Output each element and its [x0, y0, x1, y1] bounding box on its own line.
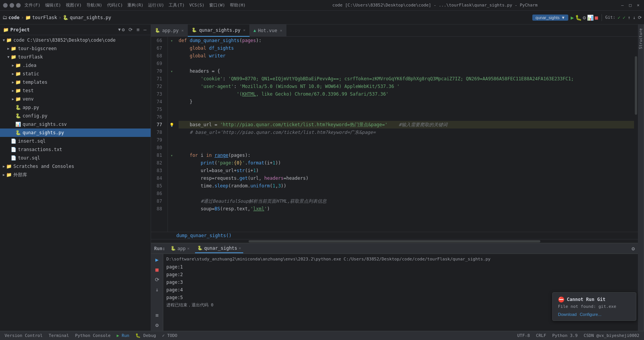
tree-item-app-py[interactable]: 🐍 app.py: [0, 103, 151, 112]
window-maximize-icon[interactable]: □: [628, 3, 633, 8]
app-menu-code[interactable]: 代码(C): [107, 2, 123, 8]
file-tree: ▼ 📁 code C:\Users\83852\Desktop\code\cod…: [0, 35, 151, 331]
tree-item-venv[interactable]: ▶ 📁 venv: [0, 95, 151, 103]
terminal-btn[interactable]: Terminal: [47, 333, 70, 338]
coverage-icon[interactable]: ⚙: [583, 15, 586, 21]
run-tab-qunar[interactable]: 🐍 qunar_sights ✕: [195, 244, 244, 253]
debug-status-btn[interactable]: 🐛 Debug: [134, 333, 158, 338]
sidebar-collapse-icon[interactable]: —: [142, 26, 148, 33]
structure-icon[interactable]: ≡: [154, 311, 159, 319]
code-content[interactable]: def dump_qunaer_sights(pages): global df…: [176, 37, 634, 232]
v-scrollbar-thumb[interactable]: [635, 56, 637, 115]
tree-item-external[interactable]: ▶ 📁 外部库: [0, 171, 151, 179]
tab-app-py-close[interactable]: ✕: [181, 28, 184, 33]
code-line-81: for i in range(pages):: [179, 151, 634, 159]
app-menu-edit[interactable]: 编辑(E): [45, 2, 61, 8]
version-control-btn[interactable]: Version Control: [3, 333, 44, 338]
tree-item-templates[interactable]: ▶ 📁 templates: [0, 78, 151, 86]
tree-item-config-py[interactable]: 🐍 config.py: [0, 112, 151, 120]
code-editor[interactable]: 66 67 68 69 70 71 72 73 74 75 76 77 78 7…: [151, 37, 638, 232]
breadcrumb-tourflask[interactable]: 📁 tourFlask: [25, 15, 57, 20]
run-rerun-icon[interactable]: ⟳: [154, 275, 161, 284]
tree-item-tourflask[interactable]: ▼ 📁 tourFlask: [0, 53, 151, 61]
app-menu-tools[interactable]: 工具(T): [169, 2, 185, 8]
debug-button-icon[interactable]: 🐛: [575, 15, 582, 21]
tab-bar: 🐍 app.py ✕ 🐍 qunar_sights.py ✕ ▲ Hot.vue…: [151, 24, 638, 37]
run-settings2-icon[interactable]: ⚙: [154, 321, 159, 329]
run-play-icon[interactable]: ▶: [154, 255, 159, 264]
app-menu-navigate[interactable]: 导航(N): [86, 2, 102, 8]
tab-hot-vue-close[interactable]: ✕: [280, 28, 282, 33]
maximize-button[interactable]: [10, 3, 14, 8]
tree-item-code[interactable]: ▼ 📁 code C:\Users\83852\Desktop\code\cod…: [0, 36, 151, 44]
fold-81[interactable]: ▾: [168, 151, 176, 159]
tab-qunar-close[interactable]: ✕: [243, 28, 246, 32]
gear-icon[interactable]: ⚙: [632, 246, 635, 252]
git-check-icon[interactable]: ✓: [618, 15, 620, 20]
v-scrollbar[interactable]: [634, 37, 638, 232]
tree-item-tour-sql[interactable]: 📄 tour.sql: [0, 154, 151, 162]
app-menu-window[interactable]: 窗口(W): [209, 2, 225, 8]
app-menu-refactor[interactable]: 重构(R): [127, 2, 143, 8]
run-button-icon[interactable]: ▶: [571, 15, 574, 21]
git-update-icon[interactable]: ↑: [628, 15, 631, 20]
run-panel-header: Run: 🐍 app ✕ 🐍 qunar_sights ✕ ⚙: [151, 243, 638, 254]
run-tab-app[interactable]: 🐍 app ✕: [168, 244, 192, 253]
git-push-icon[interactable]: ↓: [633, 15, 636, 20]
python-console-btn[interactable]: Python Console: [73, 333, 112, 338]
ln-86: 86: [151, 190, 164, 197]
app-menu-file[interactable]: 文件(F): [24, 2, 41, 8]
breadcrumb-code[interactable]: 🗂 code: [2, 15, 20, 20]
gutter-73: [168, 90, 176, 98]
close-button[interactable]: [16, 3, 21, 8]
run-tab-app-close[interactable]: ✕: [187, 246, 190, 251]
toolbar-code-label[interactable]: code: [8, 15, 20, 20]
minimize-button[interactable]: [3, 3, 8, 8]
app-menu-run[interactable]: 运行(U): [148, 2, 164, 8]
app-menu-vcs[interactable]: VCS(S): [189, 3, 205, 8]
code-line-82: print('page:{0}'.format(i+1)): [179, 159, 634, 167]
toolbar-tourflask-label[interactable]: tourFlask: [32, 15, 57, 20]
h-scrollbar[interactable]: [151, 239, 638, 243]
git-history-icon[interactable]: ⟳: [638, 15, 642, 20]
breadcrumb-file[interactable]: 🐍 qunar_sights.py: [63, 15, 111, 20]
app-menu-help[interactable]: 帮助(H): [230, 2, 246, 8]
tree-item-insert-sql[interactable]: 📄 insert.sql: [0, 137, 151, 145]
run-config-selector[interactable]: qunar_sights ▼: [532, 15, 568, 21]
ln-85: 85: [151, 182, 164, 190]
todo-status-btn[interactable]: ✓ TODO: [161, 333, 179, 338]
tree-item-scratches[interactable]: ▶ 📁 Scratches and Consoles: [0, 162, 151, 171]
window-close-icon[interactable]: ✕: [635, 3, 641, 8]
tree-item-static[interactable]: ▶ 📁 static: [0, 70, 151, 78]
toolbar-file-label[interactable]: qunar_sights.py: [70, 15, 111, 20]
profile-icon[interactable]: 📊: [587, 15, 594, 21]
tree-item-idea[interactable]: ▶ 📁 .idea: [0, 61, 151, 70]
tree-item-qunar-csv[interactable]: 📊 qunar_sights.csv: [0, 120, 151, 129]
warn-77[interactable]: 💡: [168, 121, 176, 129]
git-check2-icon[interactable]: ✓: [623, 15, 625, 20]
fold-66[interactable]: ▾: [168, 37, 176, 44]
notification-download-btn[interactable]: Download: [558, 312, 577, 317]
tab-hot-vue[interactable]: ▲ Hot.vue ✕: [250, 24, 286, 37]
window-minimize-icon[interactable]: —: [620, 3, 625, 8]
tree-item-test[interactable]: ▶ 📁 test: [0, 86, 151, 95]
run-scroll-icon[interactable]: ↓: [154, 285, 159, 294]
sidebar-expand-icon[interactable]: ≡: [135, 26, 141, 33]
h-scrollbar-thumb[interactable]: [249, 240, 541, 242]
tree-item-tour-bigscreen[interactable]: ▶ 📁 tour-bigscreen: [0, 44, 151, 53]
sidebar-settings-icon[interactable]: ⚙: [121, 26, 126, 33]
run-tab-qunar-close[interactable]: ✕: [239, 246, 241, 250]
notification-configure-btn[interactable]: Configure...: [580, 312, 602, 317]
tree-item-transactions[interactable]: 📄 transactions.txt: [0, 145, 151, 154]
tab-qunar-sights[interactable]: 🐍 qunar_sights.py ✕: [188, 24, 249, 37]
run-stop-icon[interactable]: ■: [154, 265, 159, 274]
run-status-btn[interactable]: ▶ Run: [115, 333, 131, 338]
app-menu-view[interactable]: 视图(V): [66, 2, 82, 8]
run-settings-icon[interactable]: ⚙: [632, 246, 635, 252]
fold-70[interactable]: ▾: [168, 67, 176, 75]
tree-item-qunar-sights-py[interactable]: 🐍 qunar_sights.py: [0, 129, 151, 137]
stop-icon[interactable]: ■: [595, 15, 598, 21]
tab-app-py[interactable]: 🐍 app.py ✕: [151, 24, 188, 37]
sidebar-sync-icon[interactable]: ⟳: [127, 26, 134, 33]
left-tab-structure[interactable]: Structure: [638, 26, 644, 51]
